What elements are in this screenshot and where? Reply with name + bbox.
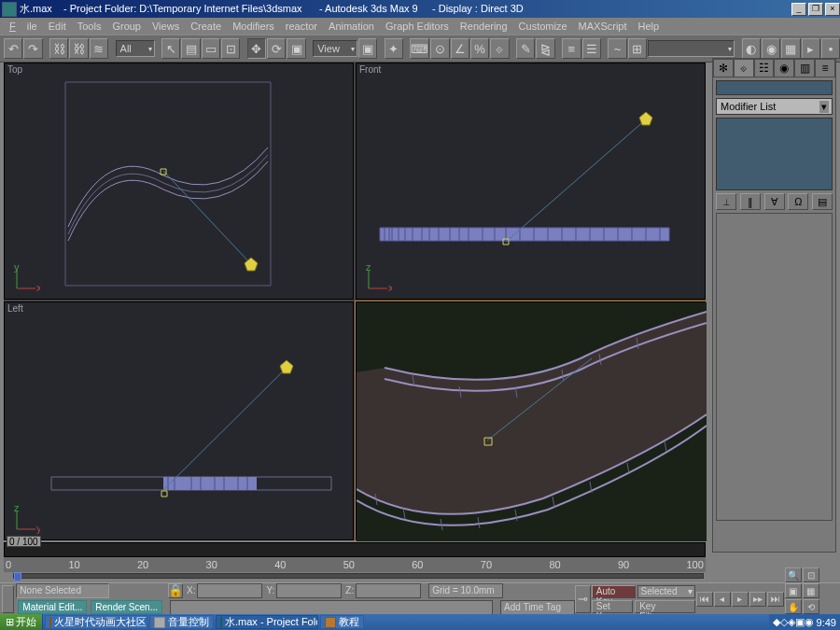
- material-editor-button[interactable]: ◐: [742, 38, 761, 59]
- bind-spacewarp-button[interactable]: ≋: [90, 38, 108, 59]
- undo-button[interactable]: ↶: [4, 38, 22, 59]
- tab-motion[interactable]: ◉: [774, 59, 794, 77]
- menu-views[interactable]: Views: [147, 21, 185, 32]
- minimized-render-scene[interactable]: Render Scen...: [91, 600, 162, 614]
- redo-button[interactable]: ↷: [23, 38, 42, 59]
- tab-create[interactable]: ✻: [713, 59, 734, 77]
- autokey-button[interactable]: Auto Key: [592, 585, 636, 598]
- zoom-button[interactable]: 🔍: [785, 567, 802, 582]
- viewport-top[interactable]: Top xy: [4, 63, 354, 300]
- percent-snap-button[interactable]: %: [470, 38, 489, 59]
- render-scene-button[interactable]: ◉: [762, 38, 780, 59]
- menu-modifiers[interactable]: Modifiers: [227, 21, 280, 32]
- menu-tools[interactable]: Tools: [72, 21, 107, 32]
- task-item-4[interactable]: 教程: [320, 615, 364, 629]
- y-coord-input[interactable]: [276, 583, 342, 598]
- schematic-button[interactable]: ⊞: [628, 38, 647, 59]
- object-name-input[interactable]: [717, 81, 840, 94]
- make-unique-button[interactable]: ∀: [764, 193, 785, 210]
- arc-rotate-button[interactable]: ⟲: [803, 599, 819, 614]
- ref-coord-dropdown[interactable]: View: [313, 40, 357, 57]
- zoom-extents-all-button[interactable]: ▦: [803, 583, 819, 598]
- set-key-big-button[interactable]: ⊸: [575, 585, 591, 613]
- task-item-3[interactable]: 水.max - Project Fold...: [216, 615, 318, 629]
- pan-button[interactable]: ✋: [785, 599, 802, 614]
- pivot-center-button[interactable]: ▣: [358, 38, 377, 59]
- tab-hierarchy[interactable]: ☷: [754, 59, 775, 77]
- align-button[interactable]: ≡: [562, 38, 581, 59]
- task-item-1[interactable]: 火星时代动画大社区 - ...: [45, 615, 147, 629]
- menu-customize[interactable]: Customize: [513, 21, 573, 32]
- show-end-result-button[interactable]: ‖: [740, 193, 761, 210]
- z-coord-input[interactable]: [356, 583, 421, 598]
- prev-frame-button[interactable]: ◂: [714, 592, 731, 607]
- curve-editor-button[interactable]: ~: [608, 38, 626, 59]
- pin-stack-button[interactable]: ⟂: [716, 193, 736, 210]
- mirror-button[interactable]: ⧎: [536, 38, 554, 59]
- track-bar-key[interactable]: [14, 572, 21, 581]
- tab-utilities[interactable]: ≡: [815, 59, 835, 77]
- next-frame-button[interactable]: ▸▸: [749, 592, 766, 607]
- tab-modify[interactable]: ⟐: [734, 59, 754, 77]
- render-last-button[interactable]: ▪: [821, 38, 840, 59]
- x-coord-input[interactable]: [197, 583, 262, 598]
- object-name-field[interactable]: [716, 80, 833, 95]
- manipulate-button[interactable]: ✦: [385, 38, 403, 59]
- zoom-extents-button[interactable]: ▣: [785, 583, 802, 598]
- menu-maxscript[interactable]: MAXScript: [573, 21, 633, 32]
- zoom-all-button[interactable]: ⊡: [803, 567, 819, 582]
- time-slider-handle[interactable]: 0 / 100: [7, 536, 41, 547]
- maxscript-mini-listener[interactable]: [2, 585, 14, 613]
- rotate-button[interactable]: ⟳: [267, 38, 286, 59]
- menu-animation[interactable]: Animation: [323, 21, 380, 32]
- snap-toggle-button[interactable]: ⊙: [430, 38, 449, 59]
- selection-lock-button[interactable]: 🔒: [168, 583, 183, 598]
- select-by-name-button[interactable]: ▤: [181, 38, 200, 59]
- key-filter-selected[interactable]: Selected: [637, 585, 695, 598]
- time-tag-button[interactable]: Add Time Tag: [500, 600, 575, 615]
- minimized-material-editor[interactable]: Material Edit...: [18, 600, 87, 614]
- named-selection-dropdown[interactable]: [648, 40, 735, 57]
- menu-help[interactable]: Help: [633, 21, 665, 32]
- minimize-button[interactable]: _: [791, 3, 806, 16]
- configure-sets-button[interactable]: ▤: [812, 193, 833, 210]
- menu-group[interactable]: Group: [106, 21, 147, 32]
- key-filters-button[interactable]: Key Filters...: [635, 600, 695, 613]
- selection-filter-dropdown[interactable]: All: [116, 40, 155, 57]
- goto-start-button[interactable]: ⏮: [696, 592, 713, 607]
- rollout-area[interactable]: [716, 213, 833, 521]
- viewport-front[interactable]: Front xz: [356, 63, 706, 300]
- unlink-button[interactable]: ⛓̷: [69, 38, 88, 59]
- play-button[interactable]: ▸: [732, 592, 749, 607]
- named-selection-button[interactable]: ✎: [516, 38, 535, 59]
- menu-file[interactable]: File: [4, 21, 43, 32]
- viewport-left[interactable]: Left yz: [4, 301, 354, 540]
- viewport-camera[interactable]: Camera01: [356, 301, 706, 540]
- move-button[interactable]: ✥: [247, 38, 266, 59]
- select-region-button[interactable]: ▭: [202, 38, 220, 59]
- close-button[interactable]: ×: [825, 3, 840, 16]
- restore-button[interactable]: ❐: [808, 3, 823, 16]
- link-button[interactable]: ⛓: [49, 38, 68, 59]
- menu-rendering[interactable]: Rendering: [455, 21, 513, 32]
- keyboard-shortcut-button[interactable]: ⌨: [410, 38, 429, 59]
- angle-snap-button[interactable]: ∠: [451, 38, 469, 59]
- tab-display[interactable]: ▥: [794, 59, 815, 77]
- window-crossing-button[interactable]: ⊡: [221, 38, 240, 59]
- select-object-button[interactable]: ↖: [161, 38, 180, 59]
- tray-icons[interactable]: ◆◇◈▣◉: [773, 616, 814, 628]
- menu-reactor[interactable]: reactor: [280, 21, 323, 32]
- system-tray[interactable]: ◆◇◈▣◉ 9:49: [769, 614, 840, 630]
- remove-modifier-button[interactable]: Ω: [788, 193, 808, 210]
- scale-button[interactable]: ▣: [287, 38, 305, 59]
- time-slider[interactable]: 0 / 100: [4, 542, 706, 557]
- render-type-button[interactable]: ▦: [781, 38, 800, 59]
- task-item-2[interactable]: 音量控制: [149, 615, 214, 629]
- modifier-stack[interactable]: [716, 118, 833, 190]
- layers-button[interactable]: ☰: [582, 38, 601, 59]
- menu-graph-editors[interactable]: Graph Editors: [380, 21, 455, 32]
- menu-edit[interactable]: Edit: [43, 21, 72, 32]
- spinner-snap-button[interactable]: ⟐: [490, 38, 509, 59]
- menu-create[interactable]: Create: [185, 21, 227, 32]
- setkey-button[interactable]: Set Key: [592, 600, 633, 613]
